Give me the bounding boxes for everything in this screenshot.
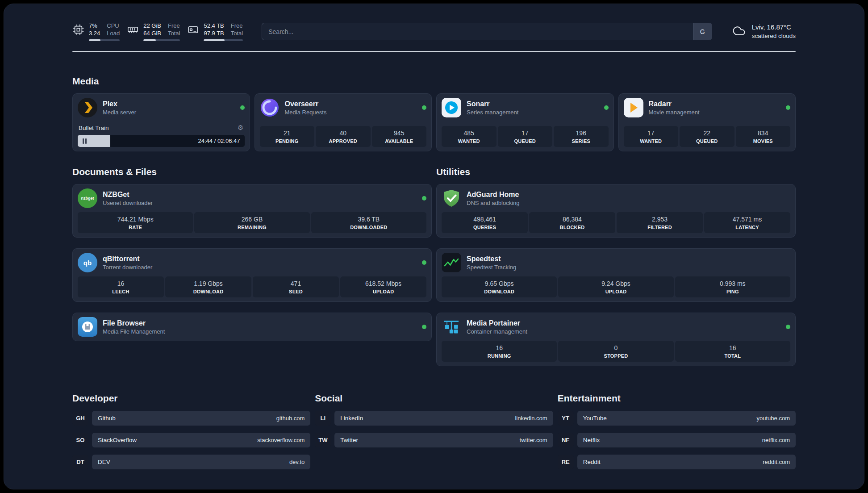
app-card-filebrowser[interactable]: File Browser Media File Management	[72, 313, 432, 341]
bookmark-name: DEV	[98, 459, 110, 465]
app-card-speedtest[interactable]: Speedtest Speedtest Tracking 9.65 GbpsDO…	[436, 248, 796, 302]
app-card-overseerr[interactable]: Overseerr Media Requests 21PENDING 40APP…	[255, 93, 432, 151]
bookmark-item-stackoverflow[interactable]: SO StackOverflow stackoverflow.com	[72, 433, 310, 447]
dev-icon: DT	[72, 455, 88, 469]
github-icon: GH	[72, 411, 88, 426]
stat-tile: 40APPROVED	[316, 126, 371, 147]
app-card-adguard[interactable]: AdGuard Home DNS and adblocking 498,461Q…	[436, 184, 796, 238]
search-input[interactable]	[262, 28, 693, 35]
app-card-sonarr[interactable]: Sonarr Series management 485WANTED 17QUE…	[436, 93, 614, 151]
speedtest-icon	[442, 253, 461, 272]
stat-tile: 471SEED	[253, 276, 339, 297]
bookmark-group-social: Social LI LinkedIn linkedin.com TW Twitt…	[315, 393, 553, 469]
weather-condition: scattered clouds	[752, 32, 796, 40]
stat-tile: 21PENDING	[260, 126, 315, 147]
ram-total-label: Total	[168, 29, 180, 37]
gear-icon[interactable]: ⚙	[238, 124, 243, 132]
bookmark-group-entertainment: Entertainment YT YouTube youtube.com NF …	[558, 393, 796, 469]
portainer-icon	[442, 317, 461, 337]
stat-tile: 744.21 MbpsRATE	[78, 212, 193, 233]
radarr-icon	[624, 98, 643, 117]
stats-row: 744.21 MbpsRATE 266 GBREMAINING 39.6 TBD…	[78, 212, 426, 233]
search-engine-button[interactable]: G	[693, 23, 712, 40]
ram-progress-track	[143, 39, 180, 41]
cpu-label: CPU	[107, 22, 120, 29]
reddit-icon: RE	[558, 455, 574, 469]
disk-total-value: 97.9 TB	[204, 29, 224, 37]
stat-tile: 1.19 GbpsDOWNLOAD	[165, 276, 251, 297]
app-subtitle: Media File Management	[103, 328, 165, 335]
dashboard-panel: 7% 3.24 CPU Load	[4, 4, 864, 489]
cpu-progress-fill	[89, 39, 100, 41]
app-card-nzbget[interactable]: nzbget NZBGet Usenet downloader 744.21 M…	[72, 184, 432, 238]
status-dot	[604, 105, 609, 110]
bookmark-item-netflix[interactable]: NF Netflix netflix.com	[558, 433, 796, 447]
disk-progress-track	[204, 39, 243, 41]
bookmark-item-dev[interactable]: DT DEV dev.to	[72, 455, 310, 469]
header-divider	[72, 51, 796, 52]
app-name: File Browser	[103, 319, 165, 327]
app-card-radarr[interactable]: Radarr Movie management 17WANTED 22QUEUE…	[618, 93, 796, 151]
app-card-qbittorrent[interactable]: qb qBittorrent Torrent downloader 16LEEC…	[72, 248, 432, 302]
stats-row: 498,461QUERIES 86,384BLOCKED 2,953FILTER…	[442, 212, 790, 233]
bookmark-name: Netflix	[583, 437, 600, 443]
bookmark-name: Github	[98, 415, 116, 422]
plex-icon	[78, 98, 97, 117]
bookmark-item-linkedin[interactable]: LI LinkedIn linkedin.com	[315, 411, 553, 426]
app-subtitle: Torrent downloader	[103, 264, 152, 271]
stats-row: 485WANTED 17QUEUED 196SERIES	[442, 126, 609, 147]
disk-free-value: 52.4 TB	[204, 22, 224, 29]
stat-tile: 47.571 msLATENCY	[704, 212, 790, 233]
weather-widget: Lviv, 16.87°C scattered clouds	[731, 23, 796, 40]
bookmark-name: Reddit	[583, 459, 601, 465]
search-bar: G	[262, 23, 712, 40]
app-name: Media Portainer	[467, 319, 527, 327]
stat-tile: 9.24 GbpsUPLOAD	[558, 276, 673, 297]
section-title-entertainment: Entertainment	[558, 393, 796, 404]
bookmark-url: youtube.com	[757, 415, 790, 422]
bookmark-name: StackOverflow	[98, 437, 137, 443]
app-subtitle: Speedtest Tracking	[467, 264, 516, 271]
overseerr-icon	[260, 98, 280, 117]
plex-now-playing: Bullet Train ⚙ 24:44 / 02:06:47	[78, 122, 245, 147]
stats-row: 21PENDING 40APPROVED 945AVAILABLE	[260, 126, 427, 147]
filebrowser-icon	[78, 317, 97, 337]
playback-progress-bar[interactable]: 24:44 / 02:06:47	[78, 135, 245, 147]
status-dot	[422, 196, 426, 201]
disk-total-label: Total	[231, 29, 243, 37]
cloud-icon	[731, 24, 747, 39]
status-dot	[786, 325, 790, 329]
bookmark-item-reddit[interactable]: RE Reddit reddit.com	[558, 455, 796, 469]
bookmark-item-twitter[interactable]: TW Twitter twitter.com	[315, 433, 553, 447]
app-name: NZBGet	[103, 191, 153, 199]
stat-tile: 0.993 msPING	[675, 276, 790, 297]
stats-row: 17WANTED 22QUEUED 834MOVIES	[624, 126, 791, 147]
app-name: Radarr	[649, 100, 700, 108]
cpu-load-label: Load	[107, 29, 120, 37]
cpu-progress-track	[89, 39, 120, 41]
stat-tile: 196SERIES	[554, 126, 609, 147]
media-card-row: Plex Media server Bullet Train ⚙ 24:44 /…	[72, 93, 796, 151]
twitter-icon: TW	[315, 433, 331, 447]
stat-tile: 618.52 MbpsUPLOAD	[340, 276, 426, 297]
bookmark-item-youtube[interactable]: YT YouTube youtube.com	[558, 411, 796, 426]
stats-row: 16RUNNING 0STOPPED 16TOTAL	[442, 341, 790, 362]
section-title-documents: Documents & Files	[72, 167, 432, 177]
stat-tile: 834MOVIES	[736, 126, 791, 147]
pause-icon[interactable]	[83, 138, 87, 144]
disk-free-label: Free	[231, 22, 243, 29]
ram-icon	[127, 22, 139, 36]
app-name: Overseerr	[285, 100, 327, 108]
nzbget-icon: nzbget	[78, 188, 97, 208]
disk-monitor: 52.4 TB 97.9 TB Free Total	[187, 22, 243, 41]
app-card-portainer[interactable]: Media Portainer Container management 16R…	[436, 313, 796, 366]
bookmark-item-github[interactable]: GH Github github.com	[72, 411, 310, 426]
app-card-plex[interactable]: Plex Media server Bullet Train ⚙ 24:44 /…	[72, 93, 250, 151]
stat-tile: 39.6 TBDOWNLOADED	[311, 212, 426, 233]
sonarr-icon	[442, 98, 461, 117]
hard-drive-icon	[187, 22, 199, 36]
weather-location: Lviv, 16.87°C	[752, 23, 796, 32]
ram-progress-fill	[143, 39, 156, 41]
app-name: qBittorrent	[103, 255, 152, 263]
app-subtitle: Media Requests	[285, 109, 327, 116]
